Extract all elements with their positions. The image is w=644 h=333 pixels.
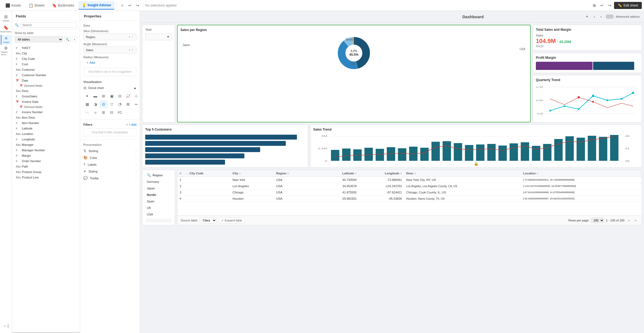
selection-tool-btn[interactable]: ⊹ (119, 2, 126, 9)
col-city[interactable]: City ≡ (230, 170, 274, 177)
viz-icon-combo[interactable]: ▦ (83, 100, 91, 108)
viz-icon-scatter[interactable]: ⊹ (132, 92, 140, 100)
field-customer[interactable]: Abc Customer (12, 67, 80, 72)
pres-styling[interactable]: ✦ Styling › (80, 168, 140, 175)
undo2-btn[interactable]: ↩ (599, 2, 605, 9)
viz-icon-pie[interactable]: ◑ (92, 100, 99, 108)
viz-icon-text[interactable]: #1 (116, 109, 124, 116)
rows-per-page-select[interactable]: 100 (591, 218, 604, 223)
field-invoice-date-derived[interactable]: 📅 Derived fields (12, 104, 80, 109)
col-desc[interactable]: Desc ≡ (404, 170, 521, 177)
search-input[interactable] (20, 22, 77, 28)
radius-add-btn[interactable]: + Add (83, 60, 136, 66)
edit-sheet-button[interactable]: ✏️ Edit sheet (614, 2, 642, 9)
pres-color[interactable]: 🎨 Color › (80, 154, 140, 161)
field-product-line[interactable]: Abc Product Line (12, 175, 80, 180)
region-japan[interactable]: Japan (145, 185, 172, 191)
viz-icon-donut[interactable]: ⊙ (100, 100, 107, 108)
add-chart-btn[interactable]: + (584, 13, 590, 20)
viz-type-selector[interactable]: ⊙ Donut chart ▲ (80, 85, 140, 91)
viz-icon-grid2[interactable]: ⊠ (124, 100, 132, 108)
viz-icon-funnel[interactable]: ▽ (108, 100, 116, 108)
region-nordic[interactable]: Nordic (145, 192, 172, 198)
field-longitude[interactable]: # Longitude (12, 137, 80, 142)
expand-table-btn[interactable]: ⤢ Expand table (219, 218, 245, 223)
region-usa[interactable]: USA (145, 211, 172, 217)
filters-add-btn[interactable]: + + Add (126, 123, 136, 126)
field-product-group[interactable]: Abc Product Group (12, 169, 80, 175)
year-dropdown[interactable]: ▾ (145, 33, 172, 40)
field-date[interactable]: 📅 Date (12, 78, 80, 83)
grid-view-btn[interactable]: ⊞ (591, 2, 598, 9)
field-customer-number[interactable]: # Customer Number (12, 72, 80, 78)
tab-bookmarks[interactable]: 🔖 Bookmarks (49, 2, 77, 9)
table-select[interactable]: All tables (15, 36, 63, 42)
field-item-number[interactable]: # Item Number (12, 120, 80, 126)
col-region[interactable]: Region ≡ (274, 170, 310, 177)
sidebar-item-bookmarks[interactable]: 🔖 Bookmarks (1, 24, 11, 34)
tab-insight-advisor[interactable]: 💡 Insight Advisor (78, 1, 114, 10)
viz-icon-waterfall[interactable]: ⊟ (108, 109, 116, 116)
region-germany[interactable]: Germany (145, 179, 172, 185)
col-city-code[interactable]: ↑↓ City Code (183, 170, 230, 177)
field-desc[interactable]: Abc Desc (12, 88, 80, 94)
field-latitude[interactable]: # Latitude (12, 126, 80, 131)
fields-resize-handle[interactable] (12, 332, 80, 333)
advanced-toggle[interactable] (606, 14, 614, 19)
sidebar-item-sheets[interactable]: ⊞ Sheets (1, 13, 11, 23)
sidebar-collapse-btn[interactable]: ←| (1, 321, 11, 331)
drop-field-hint[interactable]: Drop field to use or for a suggestion (83, 68, 136, 76)
filters-drop-hint[interactable]: Drop field to filter visualization (83, 128, 136, 136)
field-invoice-date[interactable]: 📅 Invoice Date (12, 99, 80, 104)
redo2-btn[interactable]: ↪ (606, 2, 613, 9)
field-order-number[interactable]: # Order Number (12, 158, 80, 164)
region-spain[interactable]: Spain (145, 198, 172, 204)
tab-sheets[interactable]: 📋 Sheets (25, 2, 48, 9)
search-fields-btn[interactable]: 🔍 (64, 37, 71, 42)
undo-btn[interactable]: ↩ (127, 2, 133, 9)
field-city-code[interactable]: # City Code (12, 56, 80, 61)
viz-icon-kpi[interactable]: ▣ (108, 92, 116, 100)
viz-icon-treemap[interactable]: ⊟ (116, 92, 124, 100)
viz-icon-map[interactable]: ⌾ (92, 109, 99, 116)
viz-icon-bullet[interactable]: ═ (132, 100, 140, 108)
region-uk[interactable]: UK (145, 205, 172, 211)
col-longitude[interactable]: Longitude ≡ (359, 170, 404, 177)
viz-icon-auto[interactable]: ✦ (83, 92, 91, 100)
angle-field[interactable]: Sales › ⋮ (83, 47, 136, 53)
col-location[interactable]: Location ≡ (521, 170, 642, 177)
slice-field[interactable]: Region › ⋮ (83, 33, 136, 40)
field-location[interactable]: Abc Location (12, 131, 80, 137)
field-city[interactable]: Abc City (12, 51, 80, 56)
field-date-derived[interactable]: 📅 Derived fields (12, 83, 80, 88)
viz-icon-more[interactable]: ··· (83, 109, 91, 116)
sidebar-item-fields[interactable]: ≡ Fields (1, 35, 11, 45)
field-percent-key[interactable]: # %KEY (12, 45, 80, 51)
viz-icon-gauge[interactable]: ◔ (116, 100, 124, 108)
redo-btn[interactable]: ↪ (134, 2, 141, 9)
viz-icon-bar[interactable]: ▬ (92, 92, 99, 100)
next-page-btn[interactable]: › (599, 13, 603, 20)
table-scroll[interactable]: ≡ ↑↓ City Code City ≡ (177, 170, 642, 215)
viz-icon-table[interactable]: ⊞ (100, 92, 107, 100)
field-margin[interactable]: # Margin (12, 153, 80, 158)
prev-page-btn[interactable]: ‹ (592, 13, 597, 20)
pres-tooltip[interactable]: 💬 Tooltip › (80, 175, 140, 181)
region-scrollbar[interactable] (146, 218, 171, 222)
viz-icon-heatmap[interactable]: ⊞ (100, 109, 107, 116)
table-name-select[interactable]: Cities (200, 217, 217, 223)
pres-sorting[interactable]: ⇅ Sorting › (80, 147, 140, 154)
prev-page-btn[interactable]: ‹‹ (626, 218, 631, 223)
tab-assets[interactable]: ⬛ Assets (2, 2, 24, 9)
field-cost[interactable]: # Cost (12, 61, 80, 67)
field-path[interactable]: Abc Path (12, 164, 80, 169)
next-page-btn[interactable]: ›› (633, 218, 638, 223)
pres-labels[interactable]: T Labels › (80, 161, 140, 168)
sidebar-item-master[interactable]: ⊕ Master items (1, 46, 11, 55)
add-field-btn[interactable]: + (72, 37, 77, 42)
col-latitude[interactable]: Latitude ≡ (320, 170, 359, 177)
field-gross-sales[interactable]: # GrossSales (12, 94, 80, 99)
viz-icon-line[interactable]: 📈 (124, 92, 132, 100)
field-manager-number[interactable]: # Manager Number (12, 147, 80, 153)
field-item-desc[interactable]: Abc Item Desc (12, 115, 80, 120)
